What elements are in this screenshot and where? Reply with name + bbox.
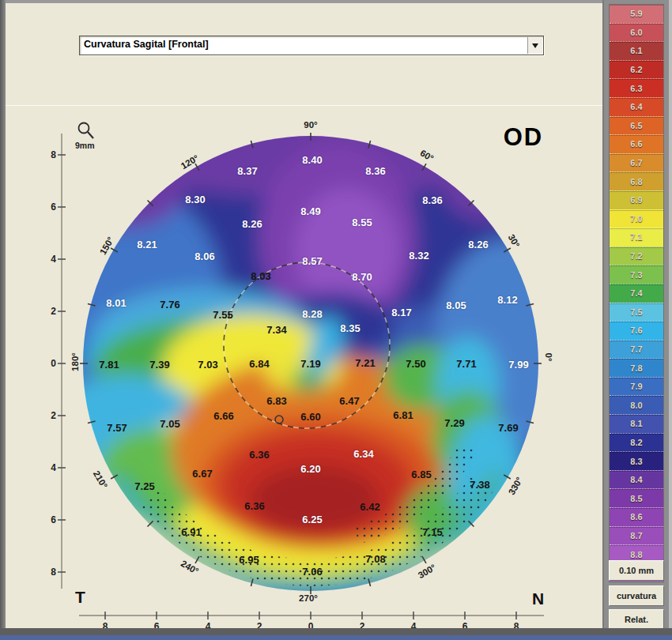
application-window: Curvatura Sagital [Frontal]: [0, 0, 672, 640]
legend-band: 7.3: [610, 265, 663, 284]
legend-band: 8.4: [610, 470, 663, 489]
legend-band: 6.8: [610, 171, 663, 190]
legend-band: 8.3: [610, 451, 663, 470]
scale-quantity-box[interactable]: curvatura: [609, 585, 664, 606]
legend-band: 6.6: [610, 134, 663, 153]
legend-band: 6.0: [610, 23, 663, 42]
legend-band: 7.2: [610, 247, 663, 265]
legend-band: 7.6: [610, 321, 663, 340]
legend-band: 6.3: [610, 78, 663, 97]
topography-map-panel: 9mm OD T N 8.378.408.368.308.268.498.558…: [6, 105, 602, 629]
legend-band: 6.5: [610, 116, 663, 135]
topography-color-map: [6, 106, 602, 629]
legend-band: 7.5: [610, 303, 663, 322]
scale-mode-box[interactable]: Relat.: [609, 609, 664, 630]
window-frame-bottom-accent: [0, 635, 672, 640]
legend-band: 6.1: [610, 41, 663, 60]
legend-band: 7.1: [610, 228, 663, 247]
legend-band: 6.9: [610, 190, 663, 209]
legend-band: 7.4: [610, 284, 663, 303]
legend-band: 7.9: [610, 377, 663, 396]
legend-band: 6.2: [610, 60, 663, 79]
map-type-dropdown-value: Curvatura Sagital [Frontal]: [84, 39, 209, 50]
legend-band: 7.0: [610, 209, 663, 228]
window-frame-bottom: [0, 628, 672, 635]
color-scale: 5.96.06.16.26.36.46.56.66.76.86.97.07.17…: [609, 4, 664, 582]
legend-band: 8.7: [610, 526, 663, 545]
color-scale-panel: 5.96.06.16.26.36.46.56.66.76.86.97.07.17…: [602, 0, 672, 640]
dropdown-arrow-button[interactable]: [527, 37, 542, 54]
legend-band: 6.4: [610, 97, 663, 116]
legend-band: 5.9: [610, 5, 663, 23]
legend-band: 8.1: [610, 414, 663, 433]
legend-band: 7.7: [610, 340, 663, 359]
legend-band: 8.2: [610, 433, 663, 452]
legend-band: 8.5: [610, 488, 663, 507]
legend-band: 7.8: [610, 358, 663, 377]
map-type-panel: Curvatura Sagital [Frontal]: [6, 3, 602, 106]
window-frame-left: [0, 0, 6, 640]
chevron-down-icon: [532, 43, 538, 51]
scale-step-box: 0.10 mm: [609, 560, 664, 581]
map-type-dropdown[interactable]: Curvatura Sagital [Frontal]: [79, 36, 544, 55]
legend-band: 6.7: [610, 153, 663, 172]
legend-band: 8.0: [610, 395, 663, 414]
legend-band: 8.6: [610, 507, 663, 526]
